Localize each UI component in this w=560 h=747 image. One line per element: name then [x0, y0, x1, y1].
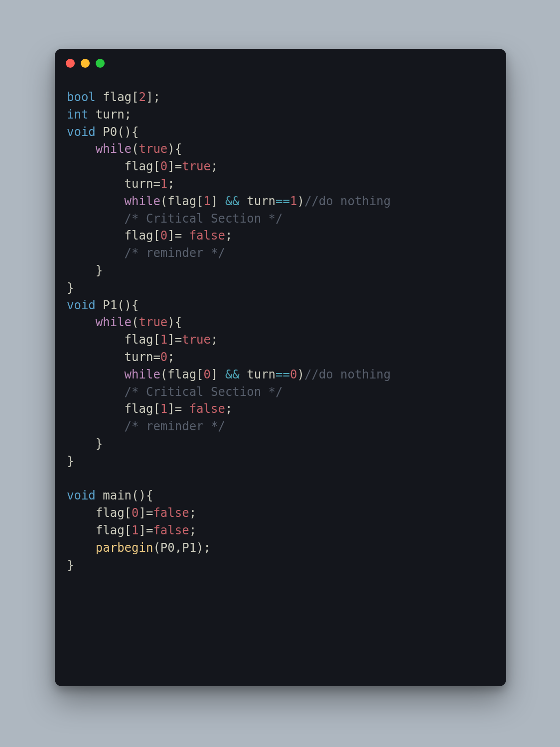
code-token: [67, 385, 125, 399]
code-token: ;: [211, 159, 218, 173]
code-token: main(){: [96, 489, 153, 502]
code-line: flag[0]=false;: [67, 504, 494, 522]
code-line: /* Critical Section */: [67, 383, 494, 401]
code-token: 0: [160, 350, 167, 364]
code-token: ]: [211, 194, 225, 208]
code-token: int: [67, 108, 88, 122]
code-line: while(flag[0] && turn==0)//do nothing: [67, 366, 494, 383]
code-token: (P0,P1);: [153, 541, 211, 555]
code-token: 1: [160, 402, 167, 416]
code-token: 0: [160, 159, 167, 173]
code-token: 1: [160, 177, 167, 191]
code-token: 0: [290, 368, 297, 381]
code-token: turn: [240, 368, 276, 381]
code-token: ;: [211, 333, 218, 347]
code-line: bool flag[2];: [67, 89, 494, 106]
code-token: ]=: [167, 229, 189, 243]
code-token: false: [189, 229, 225, 243]
code-token: flag[: [67, 333, 160, 347]
code-token: ]=: [167, 159, 182, 173]
code-token: ]=: [139, 523, 153, 537]
code-token: ]=: [167, 333, 182, 347]
code-token: ;: [167, 177, 174, 191]
code-line: void P0(){: [67, 124, 494, 141]
code-token: /* Critical Section */: [125, 212, 283, 226]
code-token: 1: [204, 194, 211, 208]
code-token: [67, 194, 125, 208]
code-token: parbegin: [96, 541, 153, 555]
code-token: &&: [225, 194, 240, 208]
code-token: //do nothing: [304, 368, 391, 381]
code-token: }: [67, 281, 74, 295]
code-token: false: [153, 523, 189, 537]
minimize-icon[interactable]: [81, 59, 90, 68]
code-token: true: [139, 142, 168, 156]
code-token: ]: [211, 368, 225, 381]
code-token: /* Critical Section */: [125, 385, 283, 399]
code-token: [67, 368, 125, 381]
code-token: [67, 212, 125, 226]
code-token: ;: [225, 229, 232, 243]
code-token: turn;: [88, 108, 132, 122]
code-token: /* reminder */: [125, 246, 225, 260]
code-line: flag[0]= false;: [67, 227, 494, 245]
code-line: flag[1]= false;: [67, 400, 494, 418]
code-token: ]=: [139, 506, 153, 520]
close-icon[interactable]: [66, 59, 75, 68]
code-token: [67, 315, 96, 329]
code-line: while(true){: [67, 314, 494, 331]
code-token: (: [132, 315, 139, 329]
code-token: ;: [225, 402, 232, 416]
code-token: 0: [132, 506, 139, 520]
code-line: }: [67, 279, 494, 297]
code-token: (flag[: [160, 194, 204, 208]
code-line: }: [67, 453, 494, 470]
code-token: ];: [146, 90, 160, 104]
code-token: ): [297, 194, 304, 208]
code-token: (: [132, 142, 139, 156]
code-token: false: [153, 506, 189, 520]
code-token: false: [189, 402, 225, 416]
code-line: turn=1;: [67, 175, 494, 193]
code-token: ]=: [167, 402, 189, 416]
code-token: flag[: [67, 506, 132, 520]
code-token: true: [182, 159, 211, 173]
code-token: 0: [204, 368, 211, 381]
code-token: (flag[: [160, 368, 204, 381]
code-token: [67, 142, 96, 156]
code-token: }: [67, 437, 103, 451]
code-token: true: [139, 315, 168, 329]
code-token: P1(){: [96, 298, 139, 312]
code-line: turn=0;: [67, 349, 494, 366]
code-token: ;: [189, 523, 196, 537]
code-token: while: [96, 142, 132, 156]
code-token: ): [297, 368, 304, 381]
code-line: flag[1]=true;: [67, 331, 494, 349]
code-token: void: [67, 489, 96, 502]
code-token: &&: [225, 368, 240, 381]
code-token: P0(){: [96, 125, 139, 139]
code-line: /* Critical Section */: [67, 210, 494, 228]
code-token: while: [125, 194, 160, 208]
code-token: ;: [167, 350, 174, 364]
code-token: flag[: [67, 402, 160, 416]
code-line: parbegin(P0,P1);: [67, 539, 494, 557]
code-block: bool flag[2];int turn;void P0(){ while(t…: [55, 71, 506, 586]
code-line: int turn;: [67, 106, 494, 124]
code-token: flag[: [67, 523, 132, 537]
code-token: ==: [276, 368, 290, 381]
code-token: 1: [290, 194, 297, 208]
code-line: flag[1]=false;: [67, 522, 494, 539]
code-token: while: [125, 368, 160, 381]
code-line: void P1(){: [67, 297, 494, 314]
code-token: flag[: [67, 159, 160, 173]
code-token: true: [182, 333, 211, 347]
window-titlebar: [55, 49, 506, 71]
code-token: }: [67, 263, 103, 277]
code-token: }: [67, 558, 74, 572]
code-line: }: [67, 262, 494, 279]
code-line: /* reminder */: [67, 245, 494, 262]
code-token: //do nothing: [304, 194, 391, 208]
maximize-icon[interactable]: [96, 59, 105, 68]
code-line: while(flag[1] && turn==1)//do nothing: [67, 193, 494, 210]
